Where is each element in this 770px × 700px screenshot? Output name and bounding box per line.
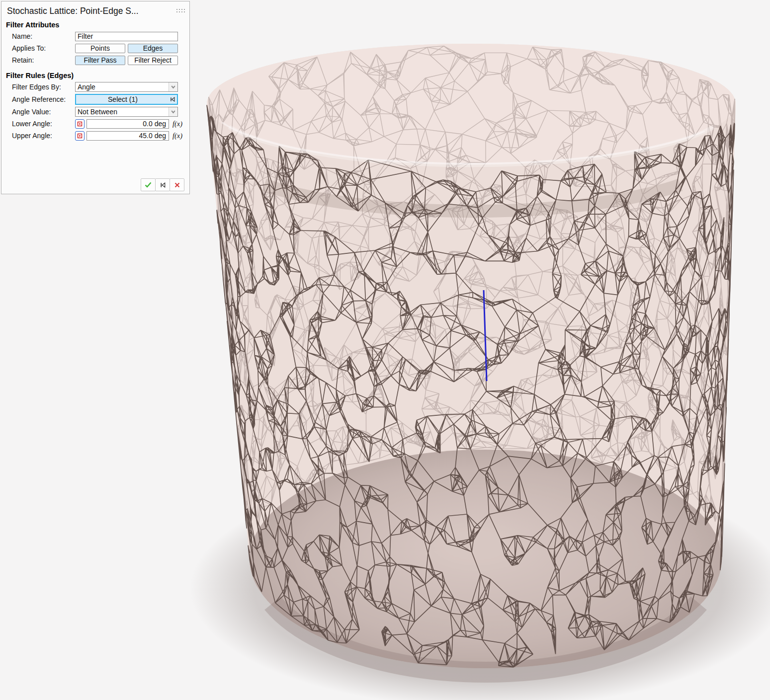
upper-angle-input[interactable] (86, 131, 169, 141)
angle-reference-label: Angle Reference: (12, 95, 75, 103)
retain-row: Retain: Filter Pass Filter Reject (12, 55, 189, 65)
check-icon (144, 181, 152, 188)
chevron-down-icon[interactable] (169, 107, 177, 116)
lower-angle-input[interactable] (86, 119, 169, 129)
upper-angle-driver-icon[interactable] (75, 131, 85, 141)
lower-angle-label: Lower Angle: (12, 120, 75, 128)
applies-to-label: Applies To: (12, 44, 75, 52)
upper-angle-label: Upper Angle: (12, 132, 75, 140)
drag-grip-icon[interactable] (176, 9, 185, 12)
angle-value-label: Angle Value: (12, 108, 75, 116)
angle-value-row: Angle Value: Not Between (12, 107, 189, 117)
retain-label: Retain: (12, 56, 75, 64)
applies-to-points-button[interactable]: Points (75, 44, 125, 53)
filter-edges-by-label: Filter Edges By: (12, 83, 75, 91)
confirm-button[interactable] (141, 178, 156, 191)
close-icon (174, 182, 180, 188)
filter-edges-by-value: Angle (76, 83, 169, 91)
cancel-button[interactable] (170, 178, 184, 191)
reset-button[interactable] (155, 178, 170, 191)
angle-reference-value: Select (1) (76, 95, 170, 103)
filter-attributes-heading: Filter Attributes (6, 21, 189, 29)
filter-edges-by-dropdown[interactable]: Angle (75, 82, 178, 92)
upper-angle-row: Upper Angle: f(x) (12, 131, 189, 141)
angle-value-dropdown[interactable]: Not Between (75, 107, 178, 117)
name-label: Name: (12, 32, 75, 40)
skip-back-icon (160, 182, 166, 188)
chevron-down-icon[interactable] (169, 82, 177, 91)
angle-reference-select-button[interactable]: Select (1) (75, 94, 178, 105)
dialog-header: Stochastic Lattice: Point-Edge S... (1, 1, 189, 16)
retain-filter-pass-button[interactable]: Filter Pass (75, 56, 125, 65)
lower-angle-fx-button[interactable]: f(x) (172, 120, 182, 128)
lower-angle-driver-icon[interactable] (75, 119, 85, 129)
angle-reference-row: Angle Reference: Select (1) (12, 94, 189, 105)
reselect-icon[interactable] (170, 96, 175, 102)
name-row: Name: (12, 31, 189, 41)
lower-angle-row: Lower Angle: f(x) (12, 119, 189, 129)
dialog-title: Stochastic Lattice: Point-Edge S... (7, 6, 139, 16)
applies-to-edges-button[interactable]: Edges (128, 44, 178, 53)
name-input[interactable] (75, 32, 178, 41)
retain-filter-reject-button[interactable]: Filter Reject (128, 56, 178, 65)
filter-edges-by-row: Filter Edges By: Angle (12, 82, 189, 92)
applies-to-row: Applies To: Points Edges (12, 43, 189, 53)
dialog-actions (141, 178, 184, 191)
stochastic-lattice-dialog: Stochastic Lattice: Point-Edge S... Filt… (1, 1, 190, 194)
upper-angle-fx-button[interactable]: f(x) (172, 132, 182, 140)
angle-value-value: Not Between (76, 108, 169, 116)
filter-rules-heading: Filter Rules (Edges) (6, 72, 189, 79)
